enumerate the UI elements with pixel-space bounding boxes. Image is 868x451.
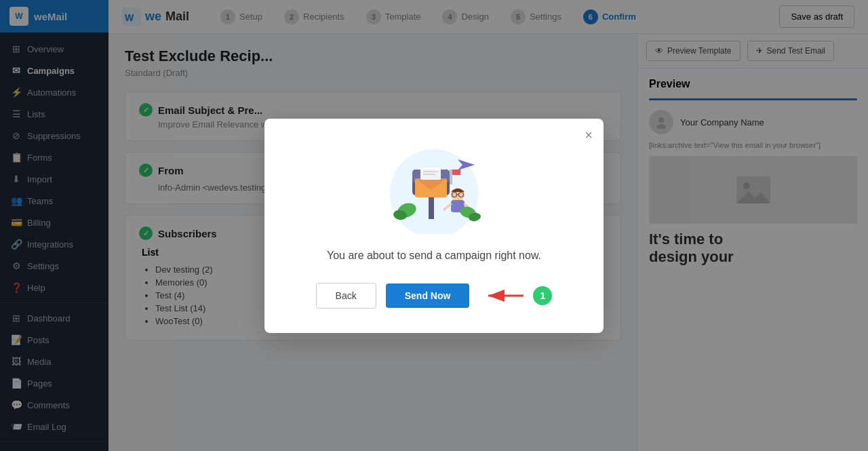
- confirm-modal: ×: [264, 119, 604, 333]
- svg-rect-15: [420, 168, 441, 180]
- modal-actions: Back Send Now 1: [292, 283, 576, 309]
- svg-rect-12: [452, 170, 460, 175]
- badge-number: 1: [533, 286, 552, 305]
- modal-overlay: ×: [0, 0, 868, 451]
- modal-illustration: [380, 139, 488, 234]
- back-button[interactable]: Back: [316, 283, 376, 309]
- send-campaign-illustration: [380, 139, 488, 234]
- red-arrow-icon: [483, 288, 530, 304]
- modal-close-button[interactable]: ×: [585, 128, 593, 142]
- modal-message: You are about to send a campaign right n…: [292, 248, 576, 264]
- arrow-badge: 1: [483, 286, 552, 305]
- svg-rect-11: [450, 170, 452, 184]
- send-now-button[interactable]: Send Now: [386, 283, 470, 308]
